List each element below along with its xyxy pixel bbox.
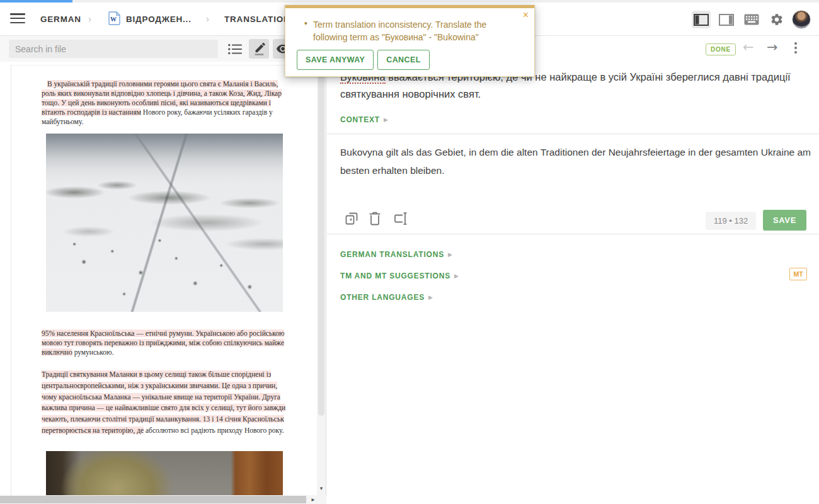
popup-actions: SAVE ANYWAY CANCEL (297, 50, 430, 70)
highlighted-text: Традиції святкування Маланки в цьому сел… (42, 370, 285, 434)
term-inconsistency-popup: × • Term translation inconsistency. Tran… (285, 5, 535, 77)
progress-bar-fill (0, 0, 72, 3)
keyboard-shortcuts-icon[interactable] (742, 11, 761, 28)
char-counter: 119 • 132 (706, 212, 756, 230)
edit-mode-icon[interactable] (249, 39, 269, 59)
cancel-button[interactable]: CANCEL (377, 50, 429, 70)
document-page[interactable]: В українській традиції головними героями… (11, 65, 317, 496)
chevron-right-icon: › (206, 13, 209, 24)
chevron-right-icon: › (88, 13, 91, 24)
context-section-toggle[interactable]: CONTEXT▶ (340, 113, 388, 125)
collapsed-triangle-icon: ▶ (448, 251, 452, 258)
overflow-menu-icon[interactable] (794, 42, 797, 55)
collapsed-triangle-icon: ▶ (428, 294, 433, 301)
layout-side-by-side-button[interactable] (692, 11, 711, 28)
warning-message: Term translation inconsistency. Translat… (313, 18, 516, 43)
status-badge: DONE (706, 43, 736, 55)
breadcrumb-view[interactable]: TRANSLATION (224, 14, 290, 24)
vertical-scrollbar[interactable]: ▾ (317, 62, 326, 495)
scroll-right-icon[interactable]: ▸ (308, 495, 318, 504)
horizontal-scrollbar[interactable]: ▸ (0, 495, 326, 504)
scrollbar-thumb[interactable] (0, 496, 306, 503)
delete-translation-icon[interactable] (369, 211, 384, 226)
search-row (0, 36, 326, 62)
paragraph-tail: румунською. (72, 348, 114, 356)
divider (327, 234, 819, 234)
translation-panel: DONE ← → Буковина вважається територією,… (327, 36, 819, 504)
menu-icon[interactable] (10, 13, 25, 25)
aerial-winter-village-photo (46, 134, 283, 312)
layout-right-panel-button[interactable] (717, 11, 736, 28)
collapsed-triangle-icon: ▶ (454, 273, 459, 279)
doc-paragraph[interactable]: Традиції святкування Маланки в цьому сел… (42, 369, 289, 437)
previous-string-icon[interactable]: ← (743, 40, 754, 55)
next-string-icon[interactable]: → (767, 40, 778, 55)
word-file-icon: W (108, 11, 120, 25)
doc-paragraph[interactable]: 95% населення Красноїльська — етнічні ру… (42, 329, 285, 357)
translation-input[interactable]: Bukovyna gilt als das Gebiet, in dem die… (340, 143, 816, 206)
avatar[interactable] (792, 10, 811, 29)
clear-text-icon[interactable] (393, 211, 408, 226)
save-anyway-button[interactable]: SAVE ANYWAY (297, 50, 374, 70)
save-button[interactable]: SAVE (763, 210, 806, 231)
scrollbar-thumb[interactable] (318, 63, 324, 416)
bullet-icon: • (304, 18, 307, 28)
paragraph-tail: абсолютно всі радіють приходу Нового рок… (144, 427, 284, 434)
svg-text:W: W (110, 16, 117, 23)
divider (327, 134, 819, 134)
copy-source-icon[interactable] (344, 211, 359, 226)
search-input[interactable] (9, 40, 218, 58)
app-root: GERMAN › W ВІДРОДЖЕН... › TRANSLATION (0, 0, 819, 504)
section-german-translations[interactable]: GERMAN TRANSLATIONS▶ (340, 248, 452, 260)
doc-paragraph[interactable]: В українській традиції головними героями… (42, 79, 285, 127)
breadcrumb-file[interactable]: ВІДРОДЖЕН... (126, 14, 192, 24)
document-preview-panel: В українській традиції головними героями… (0, 36, 326, 504)
scroll-down-icon[interactable]: ▾ (317, 485, 326, 491)
section-other-languages[interactable]: OTHER LANGUAGES▶ (340, 291, 433, 302)
mt-badge: MT (789, 268, 807, 280)
strings-list-icon[interactable] (225, 39, 245, 59)
breadcrumb-language[interactable]: GERMAN (40, 14, 81, 24)
hay-barn-interior-photo (46, 451, 283, 496)
gear-icon[interactable] (767, 11, 786, 28)
collapsed-triangle-icon: ▶ (384, 117, 388, 123)
progress-bar-track (0, 0, 819, 3)
close-icon[interactable]: × (523, 10, 529, 20)
context-label[interactable]: CONTEXT (340, 115, 380, 124)
section-tm-mt-suggestions[interactable]: TM AND MT SUGGESTIONS▶ (340, 270, 459, 281)
